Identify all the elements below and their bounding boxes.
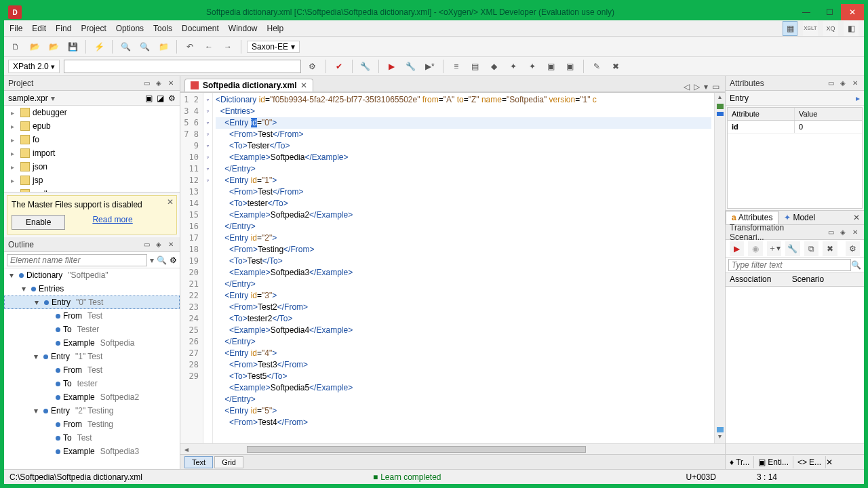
new-file-icon[interactable]: 🗋 <box>8 39 23 54</box>
back-icon[interactable]: ← <box>201 39 216 54</box>
attr-name[interactable]: id <box>728 121 795 133</box>
outline-node[interactable]: FromTesting <box>4 418 180 431</box>
mode-tab-grid[interactable]: Grid <box>214 456 243 468</box>
trans-restore-icon[interactable]: ▭ <box>826 228 835 237</box>
menu-window[interactable]: Window <box>229 24 258 33</box>
close-button[interactable]: ✕ <box>841 4 864 20</box>
trans-wrench-icon[interactable]: 🔧 <box>785 241 800 256</box>
attributes-element-row[interactable]: Entry▸ <box>726 91 864 106</box>
outline-node[interactable]: ▾Dictionary"Softpedia" <box>4 268 180 282</box>
subtab-model[interactable]: ✦Model <box>778 211 821 224</box>
panel-close-icon[interactable]: ✕ <box>166 79 176 88</box>
browse-icon[interactable]: 📁 <box>156 39 171 54</box>
editor-tab[interactable]: Softpedia dictionary.xml ✕ <box>184 79 313 92</box>
project-folder[interactable]: ▸fo <box>4 133 180 146</box>
code-editor[interactable]: 1 2 3 4 5 6 7 8 9 10 11 12 13 14 15 16 1… <box>180 92 725 443</box>
project-settings-icon[interactable]: ⚙ <box>168 94 176 103</box>
tab-list-icon[interactable]: ▾ <box>704 82 708 92</box>
outline-node[interactable]: ▾Entries <box>4 282 180 296</box>
menu-edit[interactable]: Edit <box>32 24 46 33</box>
tool2-icon[interactable]: ✦ <box>506 59 521 74</box>
project-folder[interactable]: ▸epub <box>4 119 180 133</box>
trans-pin-icon[interactable]: ◈ <box>838 228 848 237</box>
undo-icon[interactable]: ↶ <box>182 39 197 54</box>
maximize-button[interactable]: ☐ <box>818 4 841 20</box>
attr-restore-icon[interactable]: ▭ <box>826 79 835 88</box>
validate-doc-icon[interactable]: ✔ <box>332 59 347 74</box>
transform-filter-input[interactable] <box>728 259 851 271</box>
mode-tab-text[interactable]: Text <box>184 456 213 468</box>
transform-search-icon[interactable]: 🔍 <box>851 260 861 270</box>
subtabs-close-icon[interactable]: ✕ <box>849 213 864 222</box>
run-new-icon[interactable]: ▶* <box>422 59 437 74</box>
outline-pin-icon[interactable]: ◈ <box>154 240 163 249</box>
attr-close-icon[interactable]: ✕ <box>850 79 860 88</box>
project-tool1-icon[interactable]: ▣ <box>145 94 153 103</box>
enable-button[interactable]: Enable <box>12 215 65 230</box>
validate-icon[interactable]: ⚡ <box>92 39 106 54</box>
open-file-icon[interactable]: 📂 <box>27 39 42 54</box>
trans-delete-icon[interactable]: ✖ <box>823 241 837 256</box>
menu-document[interactable]: Document <box>182 24 219 33</box>
outline-node[interactable]: ToTest <box>4 431 180 445</box>
outline-node[interactable]: ToTester <box>4 323 180 336</box>
attributes-table[interactable]: AttributeValue id0 <box>727 107 863 209</box>
tab-prev-icon[interactable]: ◁ <box>684 82 690 92</box>
panel-pin-icon[interactable]: ◈ <box>154 79 163 88</box>
menu-project[interactable]: Project <box>81 24 106 33</box>
perspective-button[interactable]: ▦ <box>783 21 797 36</box>
tool4-icon[interactable]: ▣ <box>544 59 559 74</box>
tab-next-icon[interactable]: ▷ <box>694 82 700 92</box>
project-tool2-icon[interactable]: ◪ <box>157 94 164 103</box>
outline-node[interactable]: ▾Entry"0" Test <box>4 296 180 309</box>
vertical-scrollbar[interactable]: ▴ ▾ <box>714 93 725 443</box>
menu-tools[interactable]: Tools <box>153 24 172 33</box>
master-files-close-icon[interactable]: ✕ <box>167 197 174 207</box>
draw-icon[interactable]: ✎ <box>589 59 604 74</box>
btab-e[interactable]: <> E... <box>793 456 826 468</box>
project-tree[interactable]: ▸debugger▸epub▸fo▸import▸json▸jsp▸nvdl <box>4 106 180 192</box>
tool1-icon[interactable]: ◆ <box>487 59 502 74</box>
outline-restore-icon[interactable]: ▭ <box>142 240 151 249</box>
trans-run-icon[interactable]: ▶ <box>730 241 744 256</box>
outline-node[interactable]: ▾Entry"1" Test <box>4 350 180 363</box>
tab-max-icon[interactable]: ▭ <box>712 82 719 92</box>
xslt-perspective-icon[interactable]: XSLT <box>803 21 818 36</box>
outline-settings-icon[interactable]: ⚙ <box>170 256 177 265</box>
menu-options[interactable]: Options <box>116 24 144 33</box>
outline-search-icon[interactable]: 🔍 <box>157 256 167 265</box>
xpath-input[interactable] <box>64 60 301 73</box>
outline-node[interactable]: FromTest <box>4 309 180 323</box>
outline-node[interactable]: Totester <box>4 377 180 390</box>
clear-icon[interactable]: ✖ <box>608 59 623 74</box>
tool5-icon[interactable]: ▣ <box>563 59 578 74</box>
menu-help[interactable]: Help <box>267 24 284 33</box>
search-icon[interactable]: 🔍 <box>118 39 133 54</box>
indent-icon[interactable]: ≡ <box>449 59 464 74</box>
forward-icon[interactable]: → <box>220 39 235 54</box>
outline-close-icon[interactable]: ✕ <box>166 240 176 249</box>
project-folder[interactable]: ▸debugger <box>4 106 180 119</box>
project-folder[interactable]: ▸import <box>4 146 180 160</box>
outline-filter-input[interactable] <box>7 254 147 266</box>
outline-tree[interactable]: ▾Dictionary"Softpedia"▾Entries▾Entry"0" … <box>4 268 180 469</box>
xpath-settings-icon[interactable]: ⚙ <box>305 59 320 74</box>
panel-restore-icon[interactable]: ▭ <box>142 79 151 88</box>
trans-close-icon[interactable]: ✕ <box>850 228 860 237</box>
attr-value[interactable]: 0 <box>795 121 862 133</box>
db-perspective-icon[interactable]: ◧ <box>844 21 859 36</box>
readmore-link[interactable]: Read more <box>92 215 132 230</box>
minimize-button[interactable]: — <box>795 4 818 20</box>
outline-node[interactable]: ▾Entry"2" Testing <box>4 404 180 418</box>
tab-close-icon[interactable]: ✕ <box>300 81 307 90</box>
outline-node[interactable]: ExampleSoftpedia <box>4 336 180 350</box>
open-url-icon[interactable]: 📂 <box>46 39 61 54</box>
save-icon[interactable]: 💾 <box>65 39 80 54</box>
trans-copy-icon[interactable]: ⧉ <box>804 241 818 256</box>
attr-pin-icon[interactable]: ◈ <box>838 79 848 88</box>
search-files-icon[interactable]: 🔍 <box>137 39 152 54</box>
run-config-icon[interactable]: 🔧 <box>403 59 418 74</box>
outline-node[interactable]: ExampleSoftpedia3 <box>4 445 180 458</box>
outline-node[interactable]: ExampleSoftpedia2 <box>4 390 180 404</box>
btab-enti[interactable]: ▣ Enti... <box>754 456 793 468</box>
